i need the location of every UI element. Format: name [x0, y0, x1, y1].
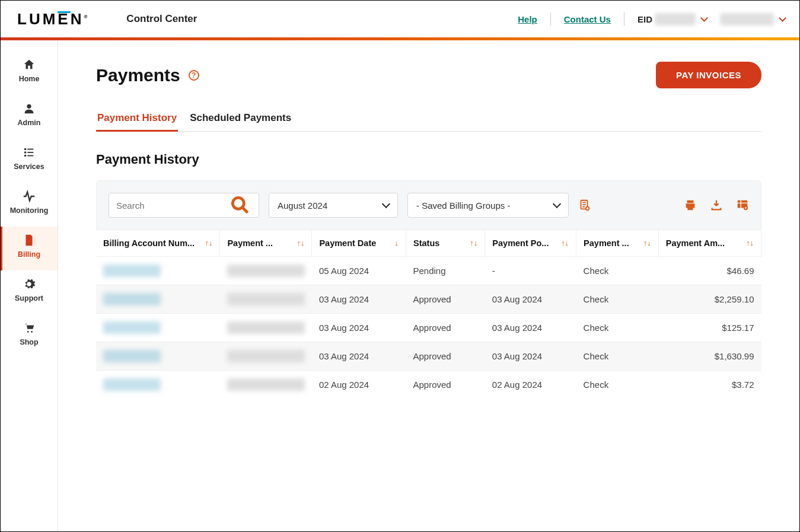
month-dropdown[interactable]: August 2024	[269, 193, 398, 218]
chevron-down-icon	[382, 200, 390, 208]
sidebar-item-support[interactable]: Support	[1, 270, 58, 314]
cell-account: xxxxxxx	[96, 371, 220, 399]
svg-rect-2	[27, 149, 33, 150]
help-icon[interactable]: ?	[189, 70, 199, 81]
pay-invoices-button[interactable]: PAY INVOICES	[656, 62, 761, 88]
svg-point-9	[232, 197, 244, 209]
contact-link[interactable]: Contact Us	[564, 14, 611, 24]
table-header-row: Billing Account Num...↑↓ Payment ...↑↓ P…	[96, 230, 761, 257]
svg-point-1	[24, 148, 27, 151]
sidebar-item-billing[interactable]: Billing	[1, 227, 58, 270]
add-group-icon[interactable]	[578, 198, 591, 212]
cell-account: xxxxxxx	[96, 257, 220, 285]
table-row[interactable]: xxxxxxxxxxxxxxxxx03 Aug 2024Approved03 A…	[96, 285, 761, 314]
cell-date: 03 Aug 2024	[312, 285, 406, 314]
app-name: Control Center	[126, 13, 197, 25]
svg-rect-4	[27, 152, 33, 153]
dropdown-value: - Saved Billing Groups -	[416, 200, 510, 211]
col-payment-id[interactable]: Payment ...↑↓	[220, 230, 312, 257]
table-row[interactable]: xxxxxxxxxxxxxxxxx05 Aug 2024Pending-Chec…	[96, 257, 761, 285]
cell-posted: 02 Aug 2024	[485, 371, 576, 399]
sort-icon: ↑↓	[561, 238, 569, 247]
table-row[interactable]: xxxxxxxxxxxxxxxxx03 Aug 2024Approved03 A…	[96, 314, 761, 342]
divider	[550, 12, 551, 26]
svg-point-5	[24, 155, 27, 157]
sidebar-item-label: Services	[14, 163, 44, 171]
header: LUMEN® Control Center Help Contact Us EI…	[1, 1, 799, 37]
sort-icon: ↑↓	[470, 238, 477, 247]
tab-payment-history[interactable]: Payment History	[96, 107, 178, 132]
cart-icon	[23, 321, 36, 335]
eid-dropdown[interactable]: EID xxxxxxx	[638, 14, 707, 24]
cell-posted: 03 Aug 2024	[485, 314, 576, 342]
svg-point-0	[27, 104, 31, 109]
sort-icon: ↑↓	[297, 238, 304, 247]
cell-date: 05 Aug 2024	[312, 257, 406, 285]
col-payment-posted[interactable]: Payment Po...↑↓	[485, 230, 576, 257]
cell-posted: 03 Aug 2024	[485, 285, 576, 314]
col-payment-method[interactable]: Payment ...↑↓	[576, 230, 659, 257]
dropdown-value: August 2024	[278, 200, 327, 211]
cell-payment-id: xxxxxxxxxx	[220, 371, 312, 399]
search-icon[interactable]	[229, 194, 251, 216]
cell-method: Check	[576, 314, 659, 342]
sidebar-item-services[interactable]: Services	[1, 139, 58, 183]
sort-icon: ↑↓	[205, 238, 212, 247]
user-dropdown[interactable]: xxxxxxxxxx	[720, 14, 785, 24]
cell-status: Approved	[406, 371, 485, 399]
home-icon	[23, 58, 36, 71]
cell-account: xxxxxxx	[96, 342, 220, 371]
sidebar-item-label: Billing	[18, 250, 40, 259]
table-row[interactable]: xxxxxxxxxxxxxxxxx02 Aug 2024Approved02 A…	[96, 371, 761, 399]
col-payment-date[interactable]: Payment Date↓	[312, 230, 406, 257]
table-settings-icon[interactable]	[736, 199, 749, 212]
sidebar: Home Admin Services Monitoring Billing S…	[1, 40, 58, 531]
svg-point-3	[24, 151, 27, 154]
sidebar-item-label: Home	[19, 75, 40, 83]
cell-amount: $1,630.99	[658, 342, 761, 371]
col-payment-amount[interactable]: Payment Am...↑↓	[658, 230, 761, 257]
user-icon	[23, 102, 36, 115]
list-icon	[23, 146, 36, 159]
cell-posted: 03 Aug 2024	[485, 342, 576, 371]
svg-rect-6	[27, 155, 33, 157]
header-right: Help Contact Us EID xxxxxxx xxxxxxxxxx	[518, 12, 785, 26]
cell-amount: $125.17	[658, 314, 761, 342]
search-field[interactable]	[116, 200, 229, 211]
sidebar-item-admin[interactable]: Admin	[1, 95, 58, 139]
download-icon[interactable]	[710, 199, 723, 212]
cell-status: Pending	[406, 257, 485, 285]
cell-payment-id: xxxxxxxxxx	[220, 285, 312, 314]
svg-point-8	[31, 331, 33, 333]
billing-group-dropdown[interactable]: - Saved Billing Groups -	[407, 193, 569, 218]
sidebar-item-shop[interactable]: Shop	[1, 314, 58, 358]
main-content: Payments ? PAY INVOICES Payment History …	[58, 40, 799, 531]
sidebar-item-home[interactable]: Home	[1, 51, 58, 95]
col-status[interactable]: Status↑↓	[406, 230, 485, 257]
cell-status: Approved	[406, 314, 485, 342]
col-billing-account[interactable]: Billing Account Num...↑↓	[96, 230, 220, 257]
cell-status: Approved	[406, 285, 485, 314]
chevron-down-icon	[700, 14, 708, 22]
page-title: Payments	[96, 65, 180, 85]
invoice-icon	[23, 234, 36, 247]
sidebar-item-label: Monitoring	[10, 206, 49, 215]
cell-status: Approved	[406, 342, 485, 371]
tab-scheduled-payments[interactable]: Scheduled Payments	[189, 107, 292, 131]
cell-date: 03 Aug 2024	[312, 314, 406, 342]
search-input[interactable]	[109, 193, 259, 218]
cell-amount: $3.72	[658, 371, 761, 399]
print-icon[interactable]	[684, 199, 697, 212]
sidebar-item-monitoring[interactable]: Monitoring	[1, 183, 58, 227]
cell-payment-id: xxxxxxxxxx	[220, 342, 312, 371]
help-link[interactable]: Help	[518, 14, 537, 24]
chevron-down-icon	[553, 200, 561, 208]
cell-method: Check	[576, 371, 659, 399]
sort-icon: ↑↓	[643, 238, 651, 247]
chevron-down-icon	[779, 14, 786, 22]
sidebar-item-label: Shop	[20, 338, 38, 346]
gear-icon	[23, 278, 36, 291]
sidebar-item-label: Admin	[18, 119, 41, 127]
logo: LUMEN®	[17, 10, 90, 28]
table-row[interactable]: xxxxxxxxxxxxxxxxx03 Aug 2024Approved03 A…	[96, 342, 761, 371]
